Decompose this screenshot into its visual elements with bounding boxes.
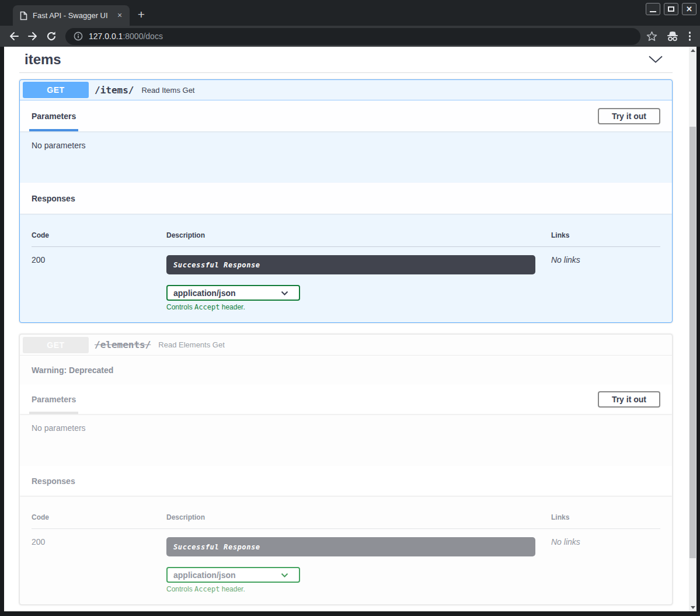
response-row-200: 200 Successful Response application/json: [32, 247, 660, 311]
response-code: 200: [32, 537, 166, 593]
parameters-body: No parameters: [20, 131, 672, 183]
forward-button[interactable]: [23, 27, 42, 46]
column-header-code: Code: [32, 231, 166, 239]
collapse-chevron-icon[interactable]: [648, 55, 663, 64]
try-it-out-button[interactable]: Try it out: [598, 108, 660, 124]
column-header-links: Links: [551, 231, 660, 239]
opblock-get-elements-deprecated: GET /elements/ Read Elements Get Warning…: [19, 334, 673, 605]
incognito-indicator-icon: [666, 30, 680, 42]
deprecated-warning: Warning: Deprecated: [20, 356, 672, 384]
maximize-icon: [668, 6, 674, 12]
operation-description: Read Items Get: [141, 86, 194, 95]
scrollbar-down-arrow[interactable]: [689, 604, 696, 611]
bookmark-star-button[interactable]: [646, 31, 657, 41]
response-row-200: 200 Successful Response application/json: [32, 529, 660, 593]
column-header-description: Description: [166, 513, 551, 521]
select-chevron-icon: [281, 291, 288, 295]
minimize-icon: [650, 11, 656, 12]
tag-divider: [19, 72, 673, 73]
reload-button[interactable]: [42, 27, 61, 46]
window-minimize-button[interactable]: [646, 3, 660, 15]
responses-table: Code Description Links 200 Successful Re…: [20, 496, 672, 604]
tab-title: Fast API - Swagger UI: [33, 11, 111, 20]
media-type-select[interactable]: application/json: [166, 285, 300, 301]
operation-summary[interactable]: GET /elements/ Read Elements Get: [20, 335, 672, 356]
window-close-button[interactable]: ✕: [682, 3, 696, 15]
new-tab-button[interactable]: +: [133, 7, 149, 23]
accept-header-mono: Accept: [194, 303, 220, 311]
browser-menu-button[interactable]: [688, 30, 692, 42]
site-info-icon[interactable]: [74, 32, 83, 41]
column-header-links: Links: [551, 513, 660, 521]
tab-close-icon[interactable]: ×: [114, 11, 125, 21]
deprecated-warning-text: Warning: Deprecated: [32, 366, 113, 375]
media-type-value: application/json: [173, 288, 236, 298]
opblock-get-items: GET /items/ Read Items Get Parameters Tr…: [19, 79, 673, 323]
url-path: :8000/docs: [123, 32, 163, 41]
url-text: 127.0.0.1:8000/docs: [89, 32, 163, 41]
parameters-tab[interactable]: Parameters: [32, 395, 76, 404]
responses-section-header: Responses: [20, 183, 672, 214]
tag-section-header[interactable]: items: [19, 51, 673, 67]
media-type-select[interactable]: application/json: [166, 567, 300, 583]
page-viewport: items GET /items/ Read Items Get Paramet…: [4, 47, 696, 611]
operation-path: /items/: [95, 85, 134, 96]
response-description-cell: Successful Response application/json Con…: [166, 255, 551, 311]
http-method-badge: GET: [23, 337, 89, 353]
scrollbar-up-arrow[interactable]: [689, 47, 696, 54]
swagger-ui: items GET /items/ Read Items Get Paramet…: [4, 47, 689, 611]
address-bar[interactable]: 127.0.0.1:8000/docs: [65, 28, 640, 45]
accept-header-mono: Accept: [194, 585, 220, 593]
response-links: No links: [551, 537, 660, 593]
browser-titlebar: Fast API - Swagger UI × + ✕: [0, 0, 700, 26]
responses-table: Code Description Links 200 Successful Re…: [20, 214, 672, 322]
tag-title: items: [25, 51, 61, 67]
operation-path: /elements/: [95, 339, 151, 350]
close-icon: ✕: [686, 5, 692, 13]
response-links: No links: [551, 255, 660, 311]
back-button[interactable]: [5, 27, 23, 46]
media-type-value: application/json: [173, 570, 236, 580]
toolbar-actions: [646, 30, 700, 42]
scrollbar-thumb[interactable]: [689, 127, 696, 558]
browser-toolbar: 127.0.0.1:8000/docs: [0, 26, 700, 47]
page-scrollbar[interactable]: [689, 47, 696, 611]
select-chevron-icon: [281, 573, 288, 577]
no-parameters-text: No parameters: [32, 423, 86, 433]
active-tab-underline: [29, 129, 78, 131]
controls-accept-note: Controls Accept header.: [166, 303, 551, 311]
parameters-section-header: Parameters Try it out: [20, 384, 672, 414]
parameters-section-header: Parameters Try it out: [20, 100, 672, 131]
http-method-badge: GET: [23, 82, 89, 98]
operation-description: Read Elements Get: [158, 340, 224, 349]
response-description-cell: Successful Response application/json Con…: [166, 537, 551, 593]
window-controls: ✕: [646, 3, 696, 15]
browser-window: Fast API - Swagger UI × + ✕ 127.0.0.1:80…: [0, 0, 700, 616]
responses-section-header: Responses: [20, 466, 672, 496]
responses-title: Responses: [32, 194, 75, 203]
parameters-tab[interactable]: Parameters: [32, 112, 76, 121]
no-parameters-text: No parameters: [32, 141, 86, 150]
operation-summary[interactable]: GET /items/ Read Items Get: [20, 80, 672, 100]
window-maximize-button[interactable]: [664, 3, 678, 15]
try-it-out-button[interactable]: Try it out: [598, 391, 660, 408]
responses-title: Responses: [32, 476, 75, 486]
reload-icon: [46, 30, 57, 42]
back-arrow-icon: [8, 30, 20, 42]
response-description-box: Successful Response: [166, 255, 535, 274]
column-header-description: Description: [166, 231, 551, 239]
page-favicon-icon: [19, 11, 27, 20]
response-description-box: Successful Response: [166, 537, 535, 556]
response-code: 200: [32, 255, 166, 311]
forward-arrow-icon: [27, 30, 39, 42]
response-description-text: Successful Response: [173, 543, 260, 551]
column-header-code: Code: [32, 513, 166, 521]
response-description-text: Successful Response: [173, 261, 260, 269]
parameters-body: No parameters: [20, 414, 672, 466]
controls-accept-note: Controls Accept header.: [166, 585, 551, 593]
star-icon: [646, 31, 657, 41]
url-host: 127.0.0.1: [89, 32, 123, 41]
active-tab-underline: [29, 412, 78, 414]
browser-tab[interactable]: Fast API - Swagger UI ×: [13, 5, 130, 26]
